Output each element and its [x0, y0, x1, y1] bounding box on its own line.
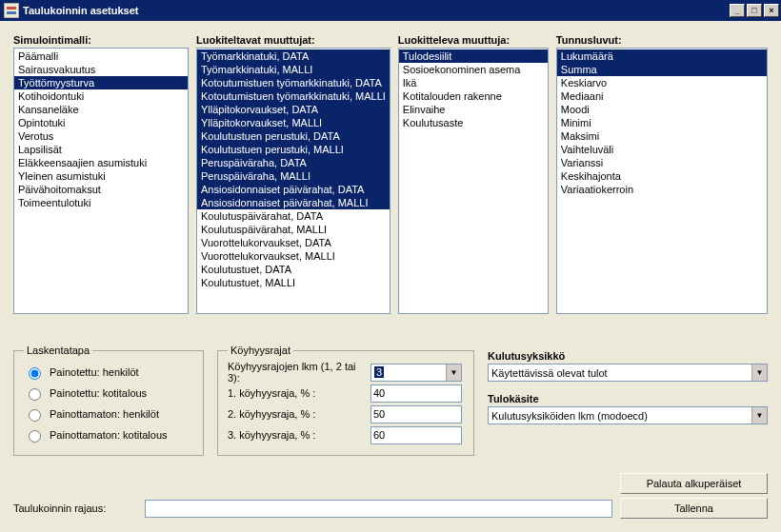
- koyhyys-count-label: Köyhyysrajojen lkm (1, 2 tai 3):: [228, 361, 370, 384]
- list-item[interactable]: Vaihteluväli: [557, 143, 767, 156]
- list-item[interactable]: Koulutustuen perustuki, DATA: [197, 129, 390, 143]
- list-item[interactable]: Minimi: [557, 116, 767, 129]
- kulutusyksikko-value: Käytettävissä olevat tulot: [489, 366, 751, 380]
- app-icon: [4, 3, 19, 18]
- koyhyysrajat-group: Köyhyysrajat Köyhyysrajojen lkm (1, 2 ta…: [217, 345, 474, 456]
- list-item[interactable]: Mediaani: [557, 89, 767, 103]
- raja1-label: 1. köyhyysraja, % :: [228, 387, 370, 399]
- kulutusyksikko-label: Kulutusyksikkö: [488, 350, 768, 362]
- list-item[interactable]: Vuorottelukorvaukset, MALLI: [197, 249, 390, 263]
- list-item[interactable]: Keskiarvo: [557, 76, 767, 89]
- laskentatapa-radio-label: Painottamaton: henkilöt: [50, 408, 159, 420]
- list-item[interactable]: Varianssi: [557, 156, 767, 169]
- kulutusyksikko-select[interactable]: Käytettävissä olevat tulot ▼: [488, 364, 768, 382]
- list-item[interactable]: Summa: [557, 63, 767, 76]
- tulokasite-select[interactable]: Kulutusyksiköiden lkm (modoecd) ▼: [488, 406, 768, 424]
- list-item[interactable]: Työmarkkinatuki, MALLI: [197, 63, 390, 76]
- list-item[interactable]: Ikä: [399, 76, 548, 89]
- list-item[interactable]: Keskihajonta: [557, 169, 767, 183]
- list-item[interactable]: Variaatiokerroin: [557, 183, 767, 196]
- list-item[interactable]: Koulutuspäivärahat, MALLI: [197, 223, 390, 236]
- simulointimalli-label: Simulointimalli:: [13, 34, 189, 46]
- list-item[interactable]: Koulutuspäivärahat, DATA: [197, 209, 390, 223]
- list-item[interactable]: Kansaneläke: [14, 103, 188, 116]
- list-item[interactable]: Lukumäärä: [557, 49, 767, 63]
- laskentatapa-group: Laskentatapa Painotettu: henkilötPainote…: [13, 345, 204, 456]
- list-item[interactable]: Toimeentulotuki: [14, 196, 188, 209]
- list-item[interactable]: Ylläpitokorvaukset, DATA: [197, 103, 390, 116]
- maximize-button[interactable]: □: [747, 4, 762, 17]
- list-item[interactable]: Maksimi: [557, 129, 767, 143]
- list-item[interactable]: Elinvaihe: [399, 103, 548, 116]
- luokitteleva-label: Luokitteleva muuttuja:: [398, 34, 549, 46]
- list-item[interactable]: Lapsilisät: [14, 143, 188, 156]
- titlebar: Taulukoinnin asetukset _ □ ×: [0, 0, 781, 21]
- tallenna-button[interactable]: Tallenna: [620, 498, 768, 519]
- list-item[interactable]: Koulutustuet, DATA: [197, 263, 390, 276]
- list-item[interactable]: Ansiosidonnaiset päivärahat, MALLI: [197, 196, 390, 209]
- rajaus-label: Taulukoinnin rajaus:: [13, 502, 137, 514]
- tunnusluvut-listbox[interactable]: LukumääräSummaKeskiarvoMediaaniMoodiMini…: [556, 48, 768, 314]
- list-item[interactable]: Koulutustuet, MALLI: [197, 276, 390, 289]
- laskentatapa-radio-label: Painottamaton: kotitalous: [50, 429, 168, 441]
- koyhyys-count-value: 3: [374, 366, 384, 378]
- laskentatapa-radio-label: Painotettu: henkilöt: [50, 366, 139, 378]
- raja2-label: 2. köyhyysraja, % :: [228, 408, 370, 420]
- list-item[interactable]: Eläkkeensaajien asumistuki: [14, 156, 188, 169]
- list-item[interactable]: Työmarkkinatuki, DATA: [197, 49, 390, 63]
- list-item[interactable]: Moodi: [557, 103, 767, 116]
- tulokasite-value: Kulutusyksiköiden lkm (modoecd): [489, 409, 751, 423]
- list-item[interactable]: Peruspäiväraha, MALLI: [197, 169, 390, 183]
- raja1-input[interactable]: [370, 384, 462, 403]
- list-item[interactable]: Opintotuki: [14, 116, 188, 129]
- tulokasite-label: Tulokäsite: [488, 393, 768, 404]
- koyhyysrajat-legend: Köyhyysrajat: [228, 345, 293, 356]
- list-item[interactable]: Kotitalouden rakenne: [399, 89, 548, 103]
- list-item[interactable]: Yleinen asumistuki: [14, 169, 188, 183]
- list-item[interactable]: Sairausvakuutus: [14, 63, 188, 76]
- list-item[interactable]: Vuorottelukorvaukset, DATA: [197, 236, 390, 249]
- raja2-input[interactable]: [370, 405, 462, 424]
- chevron-down-icon: ▼: [446, 365, 461, 381]
- luokiteltavat-label: Luokiteltavat muuttujat:: [196, 34, 390, 46]
- list-item[interactable]: Verotus: [14, 129, 188, 143]
- list-item[interactable]: Kotoutumistuen työmarkkinatuki, MALLI: [197, 89, 390, 103]
- chevron-down-icon: ▼: [751, 365, 767, 381]
- list-item[interactable]: Ylläpitokorvaukset, MALLI: [197, 116, 390, 129]
- minimize-button[interactable]: _: [730, 4, 745, 17]
- list-item[interactable]: Koulutustuen perustuki, MALLI: [197, 143, 390, 156]
- close-button[interactable]: ×: [764, 4, 779, 17]
- koyhyys-count-select[interactable]: 3 ▼: [370, 364, 462, 382]
- laskentatapa-radio-2[interactable]: [29, 409, 41, 422]
- simulointimalli-listbox[interactable]: PäämalliSairausvakuutusTyöttömyysturvaKo…: [13, 48, 189, 314]
- list-item[interactable]: Päämalli: [14, 49, 188, 63]
- window-title: Taulukoinnin asetukset: [23, 5, 138, 16]
- chevron-down-icon: ▼: [751, 407, 767, 424]
- raja3-label: 3. köyhyysraja, % :: [228, 429, 370, 441]
- laskentatapa-radio-label: Painotettu: kotitalous: [50, 387, 147, 399]
- laskentatapa-radio-0[interactable]: [29, 367, 41, 380]
- laskentatapa-radio-3[interactable]: [29, 430, 41, 443]
- list-item[interactable]: Päivähoitomaksut: [14, 183, 188, 196]
- rajaus-input[interactable]: [145, 500, 612, 518]
- list-item[interactable]: Kotoutumistuen työmarkkinatuki, DATA: [197, 76, 390, 89]
- luokiteltavat-listbox[interactable]: Työmarkkinatuki, DATATyömarkkinatuki, MA…: [196, 48, 390, 314]
- list-item[interactable]: Peruspäiväraha, DATA: [197, 156, 390, 169]
- laskentatapa-radio-1[interactable]: [29, 388, 41, 401]
- luokitteleva-listbox[interactable]: TulodesiilitSosioekonominen asemaIkäKoti…: [398, 48, 549, 314]
- list-item[interactable]: Ansiosidonnaiset päivärahat, DATA: [197, 183, 390, 196]
- list-item[interactable]: Tulodesiilit: [399, 49, 548, 63]
- list-item[interactable]: Kotihoidontuki: [14, 89, 188, 103]
- list-item[interactable]: Sosioekonominen asema: [399, 63, 548, 76]
- laskentatapa-legend: Laskentatapa: [24, 345, 92, 356]
- raja3-input[interactable]: [370, 426, 462, 444]
- palauta-button[interactable]: Palauta alkuperäiset: [620, 473, 768, 494]
- tunnusluvut-label: Tunnusluvut:: [556, 34, 768, 46]
- list-item[interactable]: Koulutusaste: [399, 116, 548, 129]
- list-item[interactable]: Työttömyysturva: [14, 76, 188, 89]
